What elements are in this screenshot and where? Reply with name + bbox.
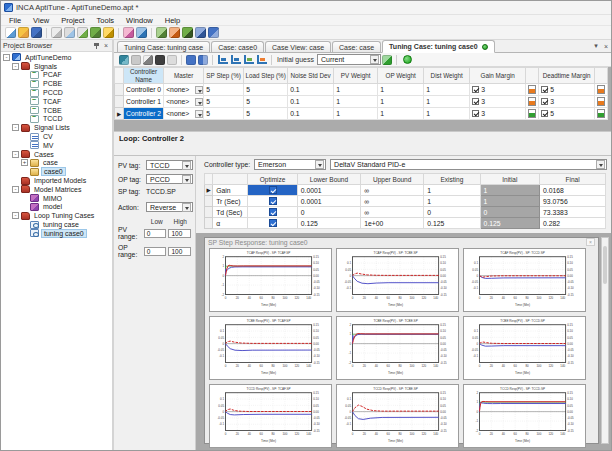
tools-icon[interactable] [131,55,141,65]
dist-weight-cell[interactable]: 1 [424,84,470,96]
close-icon[interactable]: × [102,42,110,50]
scrollbar-thumb[interactable] [603,246,607,284]
gain-margin-cell[interactable]: 3 [470,108,526,120]
load-step-cell[interactable]: 5 [244,108,288,120]
shape-icon[interactable] [167,55,177,65]
tree-item-pccd[interactable]: PCCD [1,88,112,97]
dist-weight-cell[interactable]: 1 [424,96,470,108]
tree-item-pcbe[interactable]: PCBE [1,79,112,88]
tree-item-case0[interactable]: case0 [1,167,112,176]
pin-icon[interactable] [93,42,100,50]
row-selector[interactable] [115,84,124,96]
run-steps-icon[interactable] [198,55,208,65]
tree-item-model[interactable]: model [1,203,112,212]
columns-icon[interactable] [195,27,206,38]
deadtime-margin-cell[interactable]: 5 [539,84,595,96]
copy-icon[interactable] [51,27,62,38]
collapse-icon[interactable]: - [12,186,19,193]
menu-file[interactable]: File [3,16,27,25]
model-icon[interactable] [156,27,167,38]
tree-item-mimo[interactable]: MIMO [1,194,112,203]
checkbox-checked-icon[interactable] [472,86,479,93]
collapse-icon[interactable]: - [3,54,10,61]
checkbox-checked-icon[interactable] [269,186,277,194]
optimize-cell[interactable] [248,196,297,207]
tab-case-view-case[interactable]: Case View: case [265,41,331,52]
param-row-selector[interactable] [205,218,213,229]
tab-close-icon[interactable]: × [601,43,611,50]
chart-icon[interactable] [182,27,193,38]
start-optimization-button[interactable] [403,55,412,64]
open-folder-icon[interactable] [18,27,29,38]
sp-step-cell[interactable]: 5 [204,108,244,120]
menu-tools[interactable]: Tools [91,16,121,25]
vertical-scrollbar[interactable] [601,237,609,444]
master-cell[interactable]: <none> [164,84,204,96]
lower-bound-cell[interactable]: 0.0001 [297,185,360,196]
step-icon[interactable] [186,55,196,65]
upper-bound-cell[interactable]: 1e+00 [361,218,424,229]
tab-case-case0[interactable]: Case: case0 [211,41,264,52]
expand-icon[interactable]: + [21,159,28,166]
master-select[interactable]: <none> [166,98,203,106]
import-signal-icon[interactable] [77,27,88,38]
tree-item-signals[interactable]: -Signals [1,62,112,71]
tree-item-cases[interactable]: -Cases [1,150,112,159]
master-cell[interactable]: <none> [164,96,204,108]
controller-algorithm-select[interactable]: DeltaV Standard PID-e [330,159,607,170]
tree-item-aptitunedemo[interactable]: -AptiTuneDemo [1,53,112,62]
op-range-low-input[interactable]: 0 [144,247,167,256]
checkbox-checked-icon[interactable] [472,110,479,117]
save-icon[interactable] [31,27,42,38]
master-cell[interactable]: <none> [164,108,204,120]
pv-range-high-input[interactable]: 100 [168,229,191,238]
chart-type-icon-3[interactable] [244,55,254,64]
lower-bound-cell[interactable]: 0.0001 [297,196,360,207]
tree-item-tuning-case0[interactable]: tuning case0 [1,229,112,238]
checkbox-checked-icon[interactable] [541,86,548,93]
pv-range-low-input[interactable]: 0 [144,229,167,238]
param-row-selector[interactable]: ▶ [205,185,213,196]
checkbox-checked-icon[interactable] [541,110,548,117]
tree-item-tcbe[interactable]: TCBE [1,106,112,115]
op-range-high-input[interactable]: 100 [168,247,191,256]
pv-weight-cell[interactable]: 1 [334,108,378,120]
tune-icon[interactable] [169,27,180,38]
collapse-icon[interactable]: - [12,212,19,219]
collapse-icon[interactable]: - [12,124,19,131]
tree-item-pcaf[interactable]: PCAF [1,71,112,80]
connect-icon[interactable] [119,55,129,65]
lower-bound-cell[interactable]: 0 [297,207,360,218]
chart-type-icon-1[interactable] [218,55,228,64]
optimize-cell[interactable] [248,207,297,218]
upper-bound-cell[interactable]: ∞ [361,185,424,196]
sp-step-cell[interactable]: 5 [204,96,244,108]
tree-item-model-matrices[interactable]: -Model Matrices [1,185,112,194]
download-icon[interactable] [90,27,101,38]
gain-margin-cell[interactable]: 3 [470,96,526,108]
noise-std-dev-cell[interactable]: 0.1 [288,96,334,108]
tree-item-tuning-case[interactable]: tuning case [1,220,112,229]
checkbox-checked-icon[interactable] [541,98,548,105]
noise-std-dev-cell[interactable]: 0.1 [288,84,334,96]
tab-list-dropdown-icon[interactable]: ▾ [591,42,601,50]
op-weight-cell[interactable]: 1 [378,108,424,120]
pv-weight-cell[interactable]: 1 [334,84,378,96]
checkbox-checked-icon[interactable] [269,208,277,216]
search-icon[interactable] [136,27,147,38]
tree-item-tccd[interactable]: TCCD [1,115,112,124]
op-weight-cell[interactable]: 1 [378,84,424,96]
noise-std-dev-cell[interactable]: 0.1 [288,108,334,120]
tab-tuning-case-tuning-case[interactable]: Tuning Case: tuning case [117,41,210,52]
checkbox-checked-icon[interactable] [269,197,277,205]
chart-type-icon-2[interactable] [231,55,241,64]
window-layout-icon[interactable] [208,27,219,38]
tree-item-cv[interactable]: CV [1,132,112,141]
tree-item-tcaf[interactable]: TCAF [1,97,112,106]
undo-icon[interactable] [64,27,75,38]
op-weight-cell[interactable]: 1 [378,96,424,108]
menu-help[interactable]: Help [159,16,186,25]
collapse-icon[interactable]: - [12,63,19,70]
menu-project[interactable]: Project [55,16,90,25]
dist-weight-cell[interactable]: 1 [424,108,470,120]
